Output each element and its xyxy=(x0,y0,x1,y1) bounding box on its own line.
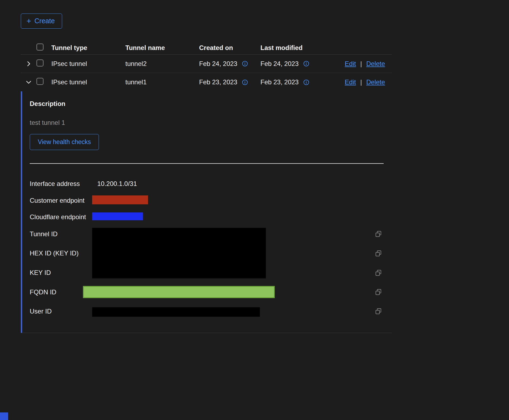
customer-endpoint-redacted-value xyxy=(92,195,148,204)
tunnel-row-tunnel2: IPsec tunnel tunnel2 Feb 24, 2023 Feb 24… xyxy=(21,55,392,73)
divider xyxy=(30,163,384,164)
tunnel-id-redacted-value xyxy=(92,228,266,278)
row-checkbox[interactable] xyxy=(36,78,43,85)
tunnel-id-label: Tunnel ID xyxy=(30,230,58,238)
actions-separator: | xyxy=(360,60,362,68)
user-id-label: User ID xyxy=(30,308,52,315)
copy-tunnel-id-icon[interactable] xyxy=(375,231,381,237)
delete-link[interactable]: Delete xyxy=(366,78,385,86)
copy-hex-id-icon[interactable] xyxy=(375,250,381,256)
description-value: test tunnel 1 xyxy=(30,119,65,126)
select-all-checkbox[interactable] xyxy=(36,44,43,51)
row-checkbox-cell xyxy=(36,78,51,86)
tunnel-type-value: IPsec tunnel xyxy=(51,78,125,86)
key-id-label: KEY ID xyxy=(30,269,51,276)
create-button-label: Create xyxy=(35,17,55,25)
plus-icon: + xyxy=(26,18,31,24)
interface-address-label: Interface address xyxy=(30,180,80,188)
tunnels-table: Tunnel type Tunnel name Created on Last … xyxy=(21,41,392,333)
view-health-checks-button[interactable]: View health checks xyxy=(30,134,99,150)
create-button[interactable]: + Create xyxy=(21,14,62,29)
description-label: Description xyxy=(30,100,65,108)
tunnel-detail-panel: Description test tunnel 1 View health ch… xyxy=(21,91,392,333)
row-checkbox-cell xyxy=(36,59,51,68)
copy-fqdn-id-icon[interactable] xyxy=(375,289,381,295)
header-created-on: Created on xyxy=(199,44,260,52)
cloudflare-endpoint-label: Cloudflare endpoint xyxy=(30,213,86,221)
created-on-value: Feb 24, 2023 xyxy=(199,60,237,68)
tunnel-name-value: tunnel1 xyxy=(125,78,199,86)
edit-link[interactable]: Edit xyxy=(345,60,356,68)
header-tunnel-type: Tunnel type xyxy=(51,44,125,52)
chevron-right-icon[interactable] xyxy=(26,61,32,67)
tunnel-type-value: IPsec tunnel xyxy=(51,60,125,68)
info-icon[interactable] xyxy=(242,79,248,85)
customer-endpoint-label: Customer endpoint xyxy=(30,197,85,204)
tunnel-name-value: tunnel2 xyxy=(125,60,199,68)
user-id-redacted-value xyxy=(92,307,260,317)
header-last-modified: Last modified xyxy=(260,44,347,52)
copy-key-id-icon[interactable] xyxy=(375,270,381,276)
fqdn-id-redacted-value xyxy=(83,286,275,298)
info-icon[interactable] xyxy=(303,79,309,85)
header-tunnel-name: Tunnel name xyxy=(125,44,199,52)
last-modified-value: Feb 23, 2023 xyxy=(260,78,299,86)
row-checkbox[interactable] xyxy=(36,59,43,66)
fqdn-id-label: FQDN ID xyxy=(30,288,56,296)
tunnels-page: + Create Tunnel type Tunnel name Created… xyxy=(0,0,509,333)
edit-link[interactable]: Edit xyxy=(345,78,356,86)
hex-id-label: HEX ID (KEY ID) xyxy=(30,249,79,257)
bottom-left-accent xyxy=(0,412,8,420)
tunnel-row-tunnel1: IPsec tunnel tunnel1 Feb 23, 2023 Feb 23… xyxy=(21,73,392,91)
copy-user-id-icon[interactable] xyxy=(375,308,381,314)
delete-link[interactable]: Delete xyxy=(366,60,385,68)
cloudflare-endpoint-redacted-value xyxy=(92,212,143,220)
header-checkbox-cell xyxy=(36,44,51,52)
chevron-down-icon[interactable] xyxy=(26,79,32,85)
info-icon[interactable] xyxy=(303,61,309,66)
actions-separator: | xyxy=(360,78,362,86)
info-icon[interactable] xyxy=(242,61,248,66)
last-modified-value: Feb 24, 2023 xyxy=(260,60,299,68)
table-header-row: Tunnel type Tunnel name Created on Last … xyxy=(21,41,392,55)
interface-address-value: 10.200.1.0/31 xyxy=(97,180,137,188)
created-on-value: Feb 23, 2023 xyxy=(199,78,237,86)
